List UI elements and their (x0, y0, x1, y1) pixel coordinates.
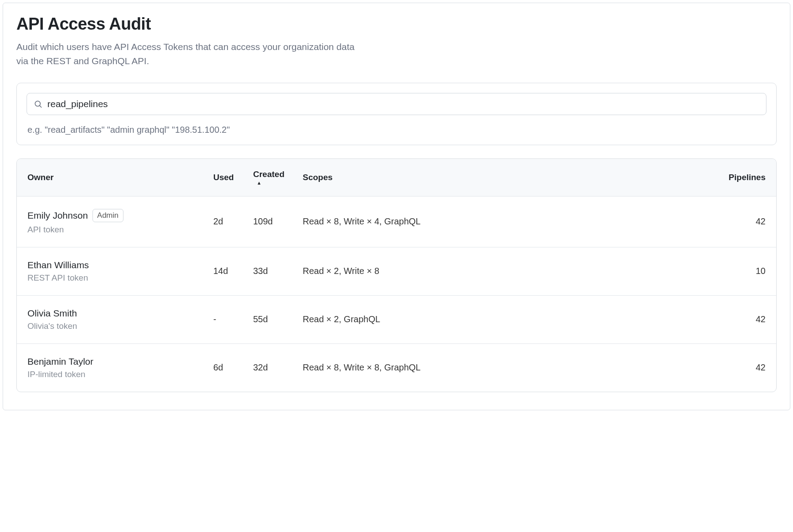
col-header-created-label: Created (253, 170, 285, 179)
owner-name: Olivia Smith (27, 308, 77, 319)
cell-owner: Ethan WilliamsREST API token (27, 260, 213, 283)
token-label: IP-limited token (27, 370, 213, 379)
col-header-used[interactable]: Used (213, 173, 253, 182)
owner-name: Emily Johnson (27, 210, 88, 221)
cell-created: 32d (253, 362, 303, 373)
cell-pipelines: 42 (721, 362, 766, 373)
cell-used: - (213, 314, 253, 324)
table-header: Owner Used Created ▲ Scopes Pipelines (17, 159, 776, 197)
cell-owner: Olivia SmithOlivia's token (27, 308, 213, 331)
col-header-pipelines[interactable]: Pipelines (721, 173, 766, 182)
table-body: Emily JohnsonAdminAPI token2d109dRead × … (17, 197, 776, 392)
cell-created: 109d (253, 216, 303, 227)
search-input[interactable] (27, 93, 766, 115)
cell-scopes: Read × 8, Write × 4, GraphQL (303, 216, 721, 227)
cell-used: 6d (213, 362, 253, 373)
cell-scopes: Read × 8, Write × 8, GraphQL (303, 362, 721, 373)
table-row[interactable]: Olivia SmithOlivia's token-55dRead × 2, … (17, 295, 776, 343)
cell-owner: Benjamin TaylorIP-limited token (27, 356, 213, 379)
search-input-wrap (27, 93, 766, 115)
table-row[interactable]: Emily JohnsonAdminAPI token2d109dRead × … (17, 197, 776, 247)
col-header-scopes[interactable]: Scopes (303, 173, 721, 182)
col-header-owner[interactable]: Owner (27, 173, 213, 182)
search-hint: e.g. "read_artifacts" "admin graphql" "1… (27, 125, 766, 135)
token-label: Olivia's token (27, 321, 213, 331)
cell-scopes: Read × 2, GraphQL (303, 314, 721, 324)
cell-pipelines: 42 (721, 216, 766, 227)
cell-scopes: Read × 2, Write × 8 (303, 266, 721, 276)
token-label: REST API token (27, 273, 213, 283)
cell-used: 2d (213, 216, 253, 227)
cell-used: 14d (213, 266, 253, 276)
cell-pipelines: 10 (721, 266, 766, 276)
page-title: API Access Audit (16, 15, 777, 34)
cell-pipelines: 42 (721, 314, 766, 324)
page-description: Audit which users have API Access Tokens… (16, 40, 362, 68)
page-frame: API Access Audit Audit which users have … (3, 3, 790, 410)
owner-name: Benjamin Taylor (27, 356, 93, 367)
svg-point-0 (35, 101, 40, 106)
sort-asc-icon: ▲ (253, 180, 262, 185)
cell-owner: Emily JohnsonAdminAPI token (27, 209, 213, 235)
cell-created: 33d (253, 266, 303, 276)
search-card: e.g. "read_artifacts" "admin graphql" "1… (16, 83, 777, 145)
cell-created: 55d (253, 314, 303, 324)
token-label: API token (27, 225, 213, 235)
col-header-created[interactable]: Created ▲ (253, 170, 303, 185)
table-row[interactable]: Ethan WilliamsREST API token14d33dRead ×… (17, 247, 776, 295)
owner-role-badge: Admin (92, 209, 123, 222)
owner-name: Ethan Williams (27, 260, 89, 270)
table-row[interactable]: Benjamin TaylorIP-limited token6d32dRead… (17, 343, 776, 392)
search-icon (34, 100, 42, 108)
tokens-table: Owner Used Created ▲ Scopes Pipelines Em… (16, 158, 777, 392)
svg-line-1 (40, 106, 42, 108)
